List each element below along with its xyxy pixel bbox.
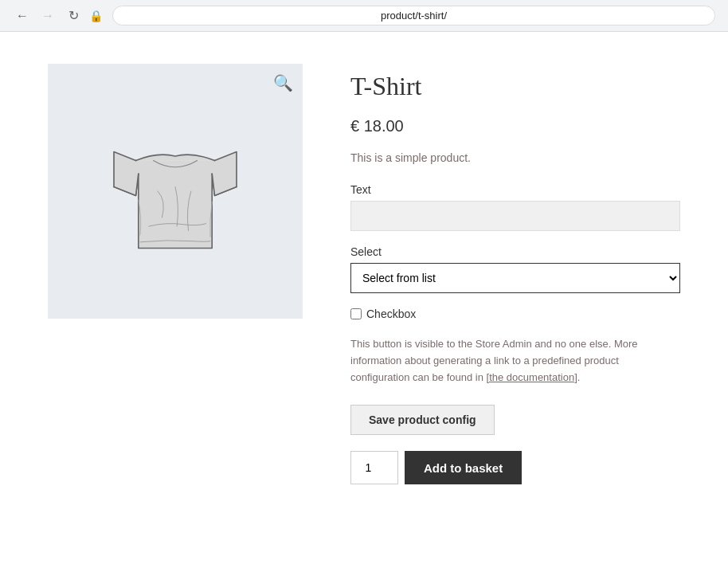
checkbox-group: Checkbox: [350, 308, 680, 320]
zoom-icon[interactable]: 🔍: [273, 73, 293, 92]
product-details: T-Shirt € 18.00 This is a simple product…: [350, 64, 680, 484]
product-image-container: 🔍: [48, 64, 303, 319]
product-image: [88, 104, 263, 279]
select-form-group: Select Select from list: [350, 245, 680, 293]
text-form-group: Text: [350, 183, 680, 231]
text-input[interactable]: [350, 201, 680, 231]
select-dropdown[interactable]: Select from list: [350, 263, 680, 293]
product-description: This is a simple product.: [350, 151, 680, 164]
forward-button[interactable]: →: [38, 6, 57, 25]
refresh-button[interactable]: ↻: [64, 6, 83, 25]
lock-icon: 🔒: [89, 10, 103, 22]
product-price: € 18.00: [350, 117, 680, 135]
save-config-button[interactable]: Save product config: [350, 405, 495, 435]
checkbox-input[interactable]: [350, 308, 362, 319]
address-bar[interactable]: product/t-shirt/: [112, 6, 715, 25]
page-content: 🔍: [0, 32, 728, 516]
admin-notice-text-after: .: [577, 371, 581, 383]
add-to-basket-button[interactable]: Add to basket: [405, 451, 522, 484]
browser-chrome: ← → ↻ 🔒 product/t-shirt/: [0, 0, 728, 32]
back-button[interactable]: ←: [13, 6, 32, 25]
select-label: Select: [350, 245, 680, 258]
admin-notice-link[interactable]: [the documentation]: [487, 371, 577, 383]
quantity-input[interactable]: [350, 451, 398, 484]
checkbox-label[interactable]: Checkbox: [366, 308, 416, 320]
browser-nav: ← → ↻ 🔒: [13, 6, 103, 25]
add-to-basket-row: Add to basket: [350, 451, 680, 484]
text-label: Text: [350, 183, 680, 196]
product-layout: 🔍: [48, 64, 680, 484]
product-title: T-Shirt: [350, 72, 680, 101]
admin-notice: This button is visible to the Store Admi…: [350, 336, 680, 386]
